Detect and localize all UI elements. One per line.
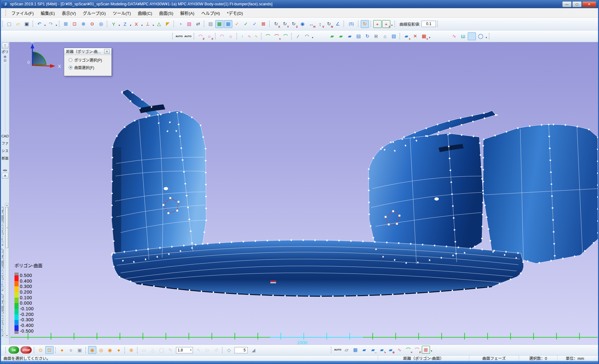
zoom-out-button[interactable]: ⊖: [88, 20, 96, 28]
fit-curve-closed-button[interactable]: ○F: [205, 32, 213, 40]
offset-surface-pair-button[interactable]: ▰: [337, 32, 345, 40]
fit-surface-button[interactable]: ▦: [351, 346, 359, 354]
inspect-surface-button[interactable]: ▰⊕: [387, 346, 395, 354]
curve-display-button[interactable]: ∿: [450, 32, 458, 40]
auto-fit-surface-button[interactable]: AUTO: [334, 346, 342, 354]
delete-surface-button[interactable]: ▰×: [402, 32, 410, 40]
count-input[interactable]: [235, 347, 248, 353]
rotate-normal-button[interactable]: ↻N: [325, 20, 333, 28]
side-panel-tab[interactable]: シス: [1, 148, 9, 153]
polygon-shaded-toggle[interactable]: ▦: [224, 20, 232, 28]
side-panel-tab[interactable]: CAD: [1, 134, 9, 138]
select-intersect-button[interactable]: ◉: [106, 346, 114, 354]
update-color-button[interactable]: ∿: [253, 33, 259, 40]
log-close-icon[interactable]: ✕: [2, 173, 8, 179]
line-button[interactable]: ∕: [294, 32, 302, 40]
pick-region-button[interactable]: ⊡: [45, 346, 54, 354]
scroll-up-icon[interactable]: ▲: [5, 203, 8, 207]
check-shaded-toggle[interactable]: ✓: [251, 20, 259, 28]
maximize-button[interactable]: ▢: [572, 1, 582, 7]
polygon-hatch-toggle[interactable]: ▨: [206, 20, 215, 28]
mirror-button[interactable]: ◇: [225, 346, 233, 354]
menu-item[interactable]: 解析(A): [177, 8, 198, 17]
rotate-y-button[interactable]: ↻Y: [281, 20, 289, 28]
view-x-button[interactable]: X: [132, 20, 140, 28]
menu-item[interactable]: 編集(E): [37, 8, 58, 17]
pick-single-button[interactable]: ⊙: [37, 346, 45, 354]
offset-surface-button[interactable]: ▰: [328, 32, 336, 40]
redo-button[interactable]: ↷: [47, 20, 55, 28]
check-wireframe-toggle[interactable]: ✓: [242, 20, 250, 28]
hide-polygon-toggle[interactable]: ⊠: [259, 20, 268, 28]
side-panel-tab[interactable]: 断面: [1, 156, 9, 161]
view-cube-button[interactable]: ▧: [185, 20, 193, 28]
fit-view-button[interactable]: ⊞: [62, 20, 70, 28]
zoom-selection-button[interactable]: ⊕: [127, 346, 135, 354]
view-iso-button[interactable]: △: [155, 20, 163, 28]
angle-vertex-button[interactable]: ∠: [334, 20, 342, 28]
fit-curve-open-button[interactable]: ◠F: [196, 32, 205, 40]
scrollbar-thumb[interactable]: ≡: [5, 207, 8, 248]
rotate-z-button[interactable]: ↻Z: [290, 20, 298, 28]
polygon-select-option[interactable]: ポリゴン選択(P): [69, 57, 111, 63]
tolerance-select[interactable]: 1.8 ▾: [176, 347, 193, 353]
fit-curve-button[interactable]: ⌒F: [413, 346, 421, 354]
trim-curve-button[interactable]: ⌒×: [273, 32, 281, 40]
dialog-close-icon[interactable]: ✕: [104, 49, 110, 54]
ellipse-select-button[interactable]: ◯: [157, 346, 166, 354]
extend-curve-button[interactable]: ⌒: [281, 32, 290, 40]
view-plane-button[interactable]: ◤: [164, 20, 172, 28]
log-scrollbar[interactable]: ▲ ≡ ▼: [5, 203, 9, 338]
panel-selection-button[interactable]: ▣: [76, 346, 84, 354]
zoom-in-button[interactable]: ⊕: [79, 20, 88, 28]
zoom-window-button[interactable]: ◎: [97, 20, 105, 28]
pin-icon[interactable]: ⊤: [2, 43, 8, 48]
flip-page-button[interactable]: ▷: [203, 346, 212, 354]
interp-curve-open-button[interactable]: ◠: [218, 32, 226, 40]
bumper-model[interactable]: [112, 89, 598, 296]
rect-select-button[interactable]: ▭: [140, 346, 148, 354]
polygon-wireframe-toggle[interactable]: ▦: [215, 20, 223, 28]
s-mode-button[interactable]: (S): [346, 20, 356, 28]
resize-grip-icon[interactable]: ⋰: [592, 356, 598, 360]
delete-brush-button[interactable]: ✕: [411, 32, 419, 40]
corner-button[interactable]: ◢: [249, 346, 257, 354]
pan-mode-button[interactable]: ⇄: [194, 20, 202, 28]
menu-item[interactable]: 表示(V): [58, 8, 79, 17]
expand-surface-button[interactable]: ▰↔: [369, 346, 377, 354]
align-points-button[interactable]: +: [373, 20, 381, 28]
select-solid-button[interactable]: ●: [115, 346, 123, 354]
update-point-button[interactable]: ↑: [239, 33, 246, 40]
twist-surface-button[interactable]: ↻: [363, 32, 371, 40]
menu-item[interactable]: 曲線(C): [134, 8, 156, 17]
auto-polyline-button[interactable]: AUTO: [184, 32, 192, 40]
menu-item[interactable]: ツール(T): [109, 8, 134, 17]
menu-item[interactable]: ヘルプ(H): [198, 8, 223, 17]
save-button[interactable]: ▣: [23, 20, 31, 28]
comb-display-button[interactable]: Ш: [459, 32, 467, 40]
solid-view-button[interactable]: ▧: [390, 32, 398, 40]
new-surface-button[interactable]: ▱: [342, 346, 351, 354]
grow-selection-button[interactable]: ●: [58, 346, 66, 354]
auto-curve-button[interactable]: AUTO: [175, 32, 183, 40]
edit-curve-button[interactable]: ∿: [395, 346, 404, 354]
arc-button[interactable]: ◠: [303, 32, 311, 40]
delete-curve-button[interactable]: ⌒×: [404, 346, 412, 354]
minimize-button[interactable]: —: [562, 1, 572, 7]
divide-surface-button[interactable]: ▰↘: [378, 346, 386, 354]
view-axis-button[interactable]: ⊥: [144, 20, 152, 28]
join-curve-button[interactable]: ⌒: [264, 32, 272, 40]
view-y-button[interactable]: Y: [110, 20, 118, 28]
pan-horizontal-button[interactable]: ↔H: [307, 20, 315, 28]
comb-rainbow-button[interactable]: Ш: [468, 32, 476, 40]
distance-dialog-titlebar[interactable]: 距離（ポリゴン-曲... ✕: [64, 48, 111, 55]
orbit-button[interactable]: ◔: [176, 20, 184, 28]
rotate-x-button[interactable]: ↻X: [272, 20, 280, 28]
view-rotate-button[interactable]: ◉: [298, 20, 307, 28]
radio-on-icon[interactable]: [69, 66, 72, 69]
pan-vertical-button[interactable]: ↕V: [316, 20, 324, 28]
circle-display-button[interactable]: ◯: [477, 32, 485, 40]
stop-button[interactable]: STOP: [20, 346, 32, 354]
cursor-button[interactable]: ↖: [195, 346, 203, 354]
tab-pager-icons[interactable]: ◀ ▶: [1, 169, 9, 172]
